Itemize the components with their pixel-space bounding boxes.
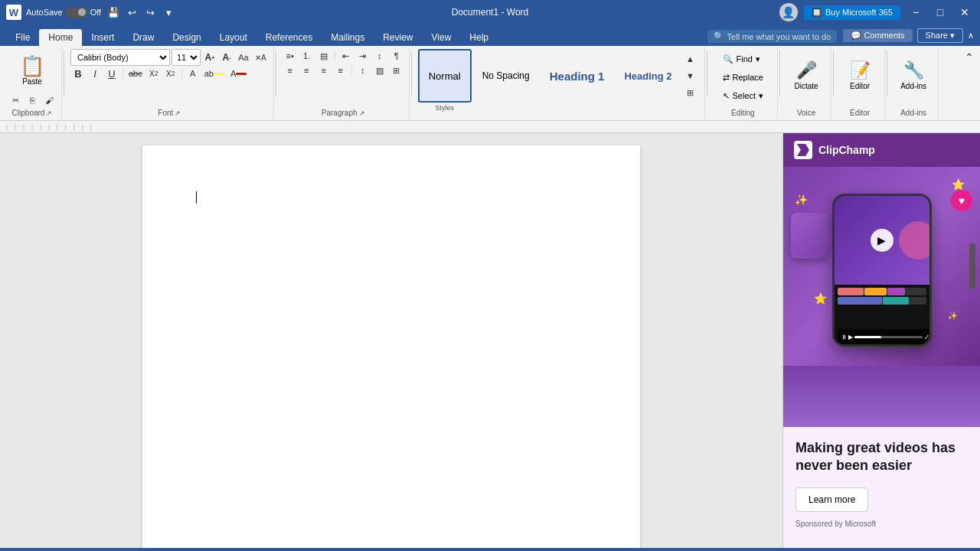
tab-view[interactable]: View [423, 29, 461, 46]
save-button[interactable]: 💾 [106, 5, 121, 20]
tab-references[interactable]: References [256, 29, 322, 46]
line-spacing-button[interactable]: ↕ [355, 64, 371, 77]
replace-button[interactable]: ⇄ Replace [718, 69, 769, 86]
find-arrow: ▾ [756, 54, 760, 64]
phone-timeline: ⏸ ▶ ⤢ [835, 285, 929, 344]
strikethrough-button[interactable]: abc [126, 67, 145, 80]
align-left-button[interactable]: ≡ [283, 64, 298, 77]
highlight-color-button[interactable]: ab [202, 67, 227, 80]
tab-home[interactable]: Home [39, 29, 82, 46]
style-heading1-button[interactable]: Heading 1 [541, 49, 614, 103]
document-page[interactable] [142, 145, 640, 548]
decrease-indent-button[interactable]: ⇤ [338, 49, 354, 63]
style-normal-text: Normal [429, 70, 461, 82]
editor-button[interactable]: 📝 Editor [840, 49, 880, 101]
format-painter-button[interactable]: 🖌 [41, 93, 57, 107]
font-expand-icon[interactable]: ↗ [175, 109, 181, 117]
user-avatar[interactable]: 👤 [779, 3, 798, 21]
clipboard-expand-icon[interactable]: ↗ [46, 109, 52, 117]
copy-button[interactable]: ⎘ [24, 93, 40, 107]
bold-button[interactable]: B [70, 67, 86, 80]
text-effects-button[interactable]: A [185, 67, 201, 80]
sort-button[interactable]: ↕ [372, 49, 387, 63]
shading-button[interactable]: ▨ [372, 64, 387, 77]
tab-help[interactable]: Help [460, 29, 498, 46]
font-size-select[interactable]: 11 12 14 [172, 49, 201, 66]
clear-formatting-button[interactable]: ✕A [253, 51, 269, 64]
find-button[interactable]: 🔍 Find ▾ [718, 51, 769, 67]
underline-button[interactable]: U [104, 67, 119, 80]
ribbon-separator-2 [276, 51, 276, 96]
tab-design[interactable]: Design [163, 29, 210, 46]
justify-button[interactable]: ≡ [333, 64, 348, 77]
cut-button[interactable]: ✂ [8, 93, 23, 107]
main-area: ClipChamp ⭐ ✨ ⭐ ✨ ♥ ▶ [0, 133, 980, 548]
tab-draw[interactable]: Draw [123, 29, 163, 46]
fullscreen-icon[interactable]: ⤢ [924, 334, 929, 341]
subscript-button[interactable]: X2 [146, 67, 162, 80]
bullets-button[interactable]: ≡• [283, 49, 298, 63]
change-case-button[interactable]: Aa [236, 51, 251, 64]
clipchamp-logo-inner [797, 144, 809, 156]
paste-button[interactable]: 📋 Paste [15, 49, 49, 92]
ribbon-separator-4 [707, 51, 707, 96]
scroll-handle[interactable] [969, 243, 975, 289]
heart-button[interactable]: ♥ [951, 190, 972, 211]
buy-microsoft365-button[interactable]: 🔲 Buy Microsoft 365 [804, 5, 900, 20]
styles-scroll-down-button[interactable]: ▼ [683, 69, 698, 83]
tab-mailings[interactable]: Mailings [322, 29, 374, 46]
tab-layout[interactable]: Layout [211, 29, 256, 46]
increase-indent-button[interactable]: ⇥ [355, 49, 371, 63]
italic-button[interactable]: I [87, 67, 103, 80]
numbering-button[interactable]: 1. [299, 49, 315, 63]
ribbon-collapse-button[interactable]: ∧ [968, 31, 974, 41]
comments-button[interactable]: 💬 Comments [843, 29, 912, 42]
font-shrink-button[interactable]: A- [219, 51, 234, 64]
font-family-select[interactable]: Calibri (Body) [70, 49, 170, 66]
dictate-button[interactable]: 🎤 Dictate [786, 49, 826, 101]
select-button[interactable]: ↖ Select ▾ [718, 87, 769, 104]
borders-button[interactable]: ⊞ [389, 64, 404, 77]
styles-expand-button[interactable]: ⊞ [683, 86, 698, 99]
style-normal-button[interactable]: Normal [418, 49, 472, 103]
autosave-toggle[interactable] [66, 7, 87, 18]
minimize-button[interactable]: − [906, 3, 925, 21]
para-sep [335, 51, 335, 61]
paragraph-group-label: Paragraph ↗ [283, 107, 404, 117]
close-button[interactable]: ✕ [956, 3, 974, 21]
play-icon[interactable]: ▶ [848, 334, 853, 341]
tab-review[interactable]: Review [374, 29, 422, 46]
font-color-button[interactable]: A [228, 67, 249, 80]
maximize-button[interactable]: □ [931, 3, 949, 21]
ribbon-collapse-icon[interactable]: ⌃ [962, 51, 977, 64]
superscript-button[interactable]: X2 [163, 67, 178, 80]
addins-button[interactable]: 🔧 Add-ins [893, 49, 933, 101]
editor-icon: 📝 [850, 60, 871, 80]
learn-more-button[interactable]: Learn more [795, 487, 868, 512]
tab-file[interactable]: File [6, 29, 39, 46]
paragraph-expand-icon[interactable]: ↗ [359, 109, 365, 117]
voice-group-label: Voice [786, 107, 826, 117]
tab-insert[interactable]: Insert [82, 29, 123, 46]
editing-group-label: Editing [714, 107, 773, 117]
side-panel: ClipChamp ⭐ ✨ ⭐ ✨ ♥ ▶ [782, 133, 980, 548]
show-hide-button[interactable]: ¶ [389, 49, 404, 63]
search-box[interactable]: 🔍 Tell me what you want to do [707, 30, 838, 43]
qat-more-button[interactable]: ▾ [161, 5, 176, 20]
align-center-button[interactable]: ≡ [299, 64, 315, 77]
play-button-circle[interactable]: ▶ [871, 229, 893, 252]
style-heading2-button[interactable]: Heading 2 [615, 49, 681, 103]
paragraph-label: Paragraph [322, 109, 358, 117]
font-grow-button[interactable]: A+ [202, 51, 217, 64]
share-button[interactable]: Share ▾ [917, 28, 963, 43]
clipchamp-title: ClipChamp [818, 144, 875, 156]
undo-button[interactable]: ↩ [124, 5, 139, 20]
redo-button[interactable]: ↪ [142, 5, 158, 20]
pause-icon[interactable]: ⏸ [841, 334, 847, 341]
styles-scroll-up-button[interactable]: ▲ [683, 52, 698, 66]
editor-label: Editor [850, 82, 870, 90]
style-nospacing-button[interactable]: No Spacing [473, 49, 539, 103]
clipchamp-logo [794, 141, 812, 159]
multilevel-button[interactable]: ▤ [316, 49, 332, 63]
align-right-button[interactable]: ≡ [316, 64, 332, 77]
